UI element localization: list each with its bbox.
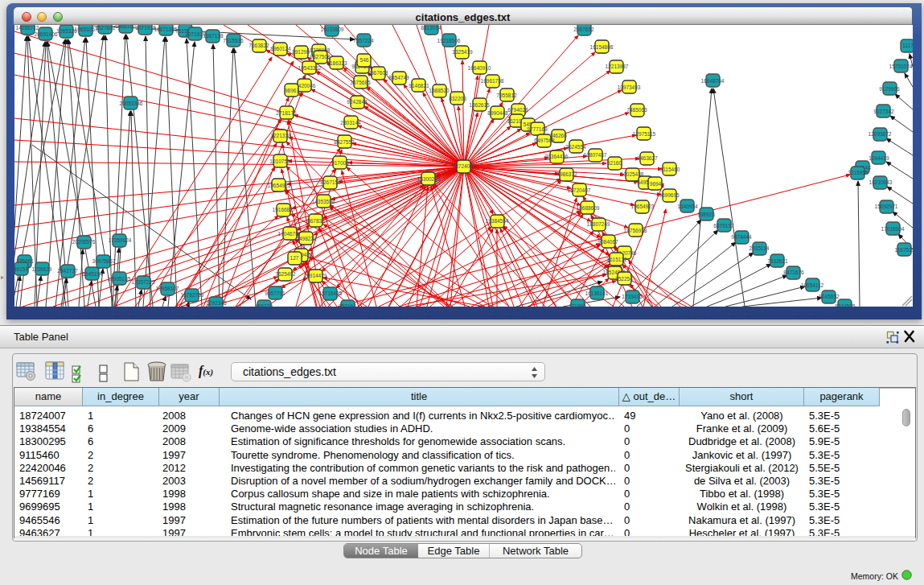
svg-text:8813054: 8813054: [421, 25, 441, 31]
svg-text:62160: 62160: [607, 160, 622, 166]
svg-text:16033809: 16033809: [321, 27, 344, 32]
svg-text:1117: 1117: [902, 43, 913, 48]
svg-text:2803144: 2803144: [340, 120, 361, 126]
svg-text:17016504: 17016504: [881, 226, 905, 232]
svg-text:7515536: 7515536: [223, 38, 244, 43]
svg-text:15720407: 15720407: [568, 187, 591, 193]
svg-text:7955812: 7955812: [496, 93, 517, 98]
svg-text:3675685: 3675685: [350, 80, 371, 85]
svg-text:17357223: 17357223: [132, 279, 155, 285]
svg-text:16961758: 16961758: [481, 78, 504, 84]
svg-text:1071918: 1071918: [135, 25, 156, 31]
svg-text:1498222: 1498222: [296, 236, 317, 241]
svg-text:157164: 157164: [339, 303, 356, 307]
svg-text:252254: 252254: [615, 276, 633, 282]
svg-text:1292346: 1292346: [206, 300, 227, 306]
svg-text:1615132: 1615132: [606, 257, 627, 262]
svg-text:1244419: 1244419: [869, 155, 889, 161]
svg-text:10543362: 10543362: [298, 65, 322, 71]
svg-text:9327503: 9327503: [310, 54, 331, 60]
svg-text:10807487: 10807487: [584, 152, 607, 158]
svg-text:30975867: 30975867: [92, 258, 116, 264]
svg-text:16136141: 16136141: [585, 290, 609, 296]
svg-text:18724007: 18724007: [453, 163, 476, 169]
svg-text:8960124: 8960124: [270, 46, 291, 51]
svg-text:16671385: 16671385: [154, 27, 178, 32]
svg-text:20053346: 20053346: [120, 101, 143, 106]
svg-text:16210643: 16210643: [869, 179, 893, 185]
svg-text:16640910: 16640910: [468, 65, 491, 71]
svg-text:20364436: 20364436: [545, 154, 569, 159]
svg-text:546: 546: [360, 57, 369, 63]
svg-text:8186323: 8186323: [326, 60, 347, 66]
svg-text:1325419: 1325419: [452, 49, 473, 55]
svg-text:8990448: 8990448: [487, 110, 508, 116]
svg-text:19654923: 19654923: [631, 204, 655, 209]
svg-text:12905135: 12905135: [108, 276, 131, 282]
svg-text:6794028: 6794028: [507, 107, 528, 113]
svg-text:7632621: 7632621: [767, 258, 788, 264]
svg-text:16914479: 16914479: [304, 273, 327, 278]
svg-text:2867608: 2867608: [368, 70, 388, 76]
svg-text:20206576: 20206576: [72, 239, 96, 245]
svg-text:867833: 867833: [307, 218, 325, 224]
svg-text:8427552: 8427552: [334, 139, 355, 145]
svg-text:965779: 965779: [255, 303, 273, 307]
svg-text:917006: 917006: [331, 160, 349, 166]
svg-text:938923: 938923: [697, 212, 715, 217]
svg-text:1010755: 1010755: [269, 159, 290, 164]
svg-text:9474444: 9474444: [731, 234, 752, 240]
svg-text:1667138: 1667138: [203, 33, 224, 39]
svg-text:1362615: 1362615: [469, 102, 490, 108]
svg-text:12213987: 12213987: [606, 64, 629, 69]
svg-text:2718176: 2718176: [276, 110, 297, 116]
svg-text:12975115: 12975115: [633, 131, 656, 137]
svg-text:2087652: 2087652: [573, 27, 594, 32]
svg-text:17359924: 17359924: [109, 237, 132, 243]
svg-text:10654112: 10654112: [801, 282, 824, 288]
svg-text:8471676: 8471676: [783, 270, 804, 275]
svg-text:10973493: 10973493: [618, 84, 641, 90]
svg-text:15300293: 15300293: [417, 176, 441, 182]
svg-text:7357224: 7357224: [353, 38, 374, 43]
svg-text:6466160: 6466160: [115, 25, 136, 29]
svg-text:15692971: 15692971: [875, 204, 898, 209]
svg-text:1640954: 1640954: [677, 204, 698, 209]
svg-text:9777169: 9777169: [527, 126, 548, 132]
svg-text:1733426: 1733426: [622, 294, 643, 299]
svg-text:19166827: 19166827: [273, 207, 296, 212]
svg-text:19654925: 19654925: [268, 183, 291, 188]
svg-text:18807249: 18807249: [587, 221, 610, 227]
svg-text:16782759: 16782759: [181, 292, 204, 298]
svg-text:1167533: 1167533: [895, 247, 913, 253]
svg-text:1527602: 1527602: [95, 25, 116, 31]
svg-text:9129966: 9129966: [879, 86, 900, 92]
svg-text:9084067: 9084067: [598, 239, 618, 245]
svg-text:6497568: 6497568: [534, 138, 555, 143]
svg-text:9227342: 9227342: [873, 109, 894, 114]
svg-text:9115460: 9115460: [660, 167, 680, 172]
svg-text:9242848: 9242848: [347, 99, 368, 105]
svg-text:9245652: 9245652: [819, 294, 840, 299]
svg-text:9463627: 9463627: [637, 155, 658, 161]
svg-text:16154808: 16154808: [590, 44, 614, 50]
svg-text:3215955: 3215955: [848, 170, 869, 175]
svg-text:39159: 39159: [14, 266, 28, 272]
svg-text:7986372: 7986372: [556, 171, 577, 177]
svg-text:15751074: 15751074: [889, 64, 913, 69]
svg-text:9146821: 9146821: [409, 83, 429, 89]
svg-text:19384554: 19384554: [486, 218, 509, 224]
svg-text:127: 127: [290, 255, 299, 261]
svg-text:832203: 832203: [449, 96, 466, 101]
svg-text:7485063: 7485063: [626, 107, 647, 113]
svg-text:15716485: 15716485: [319, 290, 343, 296]
svg-text:8267150: 8267150: [320, 179, 341, 185]
svg-text:20691406: 20691406: [35, 31, 58, 37]
svg-text:14353594: 14353594: [312, 199, 335, 204]
svg-text:16648764: 16648764: [701, 78, 725, 84]
svg-text:9699695: 9699695: [659, 192, 680, 198]
svg-text:12093872: 12093872: [869, 131, 892, 137]
svg-text:1221338: 1221338: [270, 133, 291, 138]
svg-text:98961: 98961: [285, 88, 299, 93]
svg-text:9694: 9694: [650, 181, 662, 187]
